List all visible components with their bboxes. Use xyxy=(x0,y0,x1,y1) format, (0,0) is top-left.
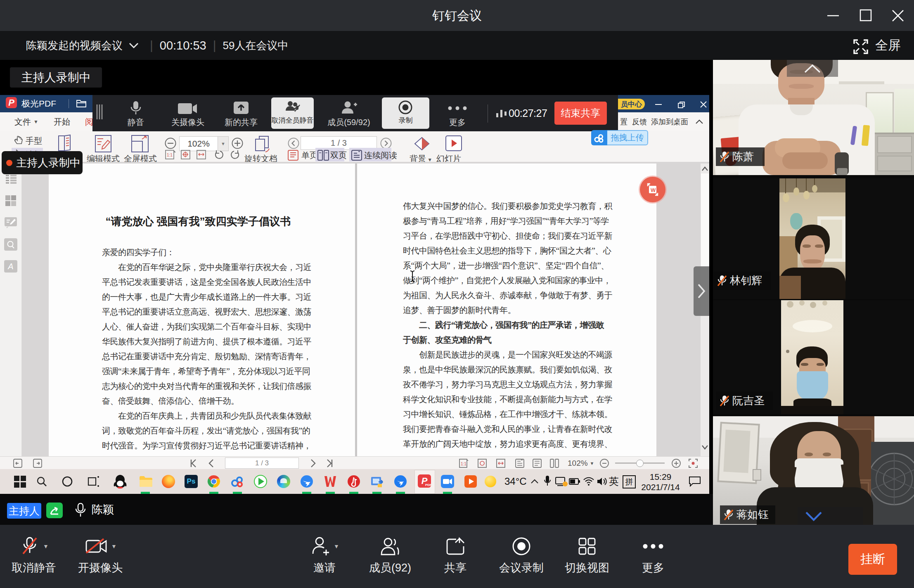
svg-text:1:1: 1:1 xyxy=(167,153,173,157)
svg-text:1:1: 1:1 xyxy=(461,462,466,466)
svg-text:W: W xyxy=(651,187,656,193)
